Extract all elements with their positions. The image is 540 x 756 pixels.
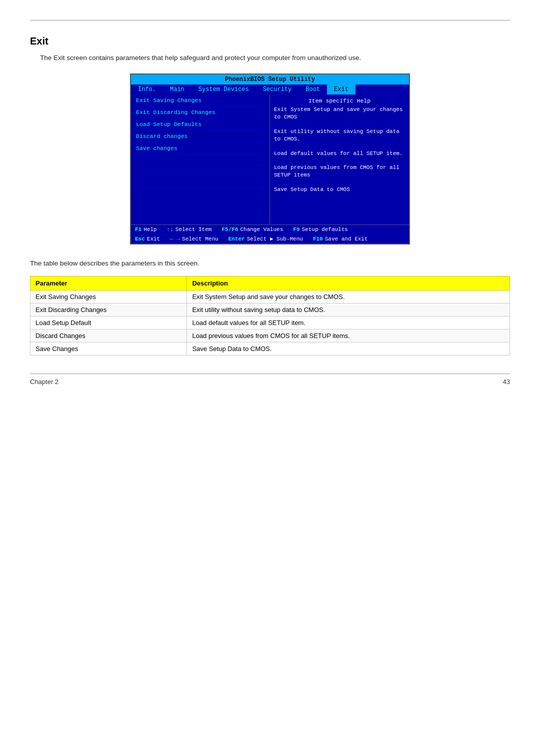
footer-f9: F9 Setup defaults	[293, 226, 348, 232]
parameter-table: Parameter Description Exit Saving Change…	[30, 276, 510, 356]
intro-text: The Exit screen contains parameters that…	[40, 54, 510, 62]
help-load-defaults: Load default values for all SETUP item.	[274, 150, 405, 158]
param-desc: Exit utility without saving setup data t…	[187, 304, 510, 316]
table-row: Exit Discarding ChangesExit utility with…	[30, 304, 510, 316]
bios-emulator: PhoenixBIOS Setup Utility Info. Main Sys…	[130, 74, 410, 244]
help-save: Save Setup Data to CMOS	[274, 186, 405, 194]
key-f5f6: F5/F6	[222, 226, 238, 232]
footer-row-2: Esc Exit ← → Select Menu Enter Select ▶ …	[131, 234, 409, 244]
desc-f9: Setup defaults	[302, 226, 348, 232]
chapter-label: Chapter 2	[30, 378, 58, 386]
bios-empty-4	[131, 188, 270, 198]
footer-enter: Enter Select ▶ Sub-Menu	[228, 236, 303, 242]
menu-discard-changes[interactable]: Discard changes	[131, 130, 270, 142]
table-row: Save ChangesSave Setup Data to CMOS.	[30, 342, 510, 356]
help-exit-saving: Exit System Setup and save your changes …	[274, 106, 405, 122]
top-divider	[30, 20, 510, 20]
param-name: Discard Changes	[30, 330, 187, 342]
col-header-parameter: Parameter	[30, 276, 187, 290]
nav-system-devices[interactable]: System Devices	[192, 84, 256, 94]
page-footer: Chapter 2 43	[30, 374, 510, 386]
desc-f5f6: Change Values	[240, 226, 283, 232]
param-desc: Load previous values from CMOS for all S…	[187, 330, 510, 342]
key-esc: Esc	[135, 236, 145, 242]
footer-f5f6: F5/F6 Change Values	[222, 226, 283, 232]
footer-leftright: ← → Select Menu	[170, 236, 218, 242]
desc-esc: Exit	[147, 236, 160, 242]
bios-help-panel: Item specific Help Exit System Setup and…	[270, 94, 409, 224]
menu-exit-discarding[interactable]: Exit Discarding Changes	[131, 106, 270, 118]
bios-empty-1	[131, 154, 270, 166]
page-title: Exit	[30, 36, 510, 47]
desc-updown: Select Item	[176, 226, 212, 232]
table-row: Discard ChangesLoad previous values from…	[30, 330, 510, 342]
desc-f10: Save and Exit	[325, 236, 368, 242]
bios-empty-2	[131, 166, 270, 176]
nav-info[interactable]: Info.	[131, 84, 163, 94]
desc-text: The table below describes the parameters…	[30, 260, 510, 267]
key-updown: ↑↓	[167, 226, 174, 232]
help-title: Item specific Help	[274, 98, 405, 104]
col-header-description: Description	[187, 276, 510, 290]
table-row: Exit Saving ChangesExit System Setup and…	[30, 290, 510, 304]
desc-enter: Select ▶ Sub-Menu	[247, 236, 303, 242]
key-f10: F10	[313, 236, 323, 242]
param-name: Exit Saving Changes	[30, 290, 187, 304]
bios-nav: Info. Main System Devices Security Boot …	[131, 84, 409, 94]
desc-leftright: Select Menu	[182, 236, 218, 242]
key-leftright: ← →	[170, 236, 180, 242]
param-desc: Exit System Setup and save your changes …	[187, 290, 510, 304]
bios-title: PhoenixBIOS Setup Utility	[131, 74, 409, 84]
footer-esc: Esc Exit	[135, 236, 160, 242]
bios-body: Exit Saving Changes Exit Discarding Chan…	[131, 94, 409, 224]
footer-f1: F1 Help	[135, 226, 157, 232]
nav-main[interactable]: Main	[163, 84, 192, 94]
param-name: Save Changes	[30, 342, 187, 356]
param-desc: Save Setup Data to CMOS.	[187, 342, 510, 356]
bios-menu-panel: Exit Saving Changes Exit Discarding Chan…	[131, 94, 270, 224]
param-name: Load Setup Default	[30, 316, 187, 330]
nav-exit[interactable]: Exit	[327, 84, 356, 94]
bios-empty-3	[131, 176, 270, 188]
footer-arrows: ↑↓ Select Item	[167, 226, 212, 232]
footer-row-1: F1 Help ↑↓ Select Item F5/F6 Change Valu…	[131, 225, 409, 234]
nav-boot[interactable]: Boot	[298, 84, 327, 94]
help-exit-discarding: Exit utility without saving Setup data t…	[274, 128, 405, 144]
param-desc: Load default values for all SETUP item.	[187, 316, 510, 330]
page-number: 43	[503, 378, 510, 386]
nav-security[interactable]: Security	[256, 84, 299, 94]
key-f9: F9	[293, 226, 300, 232]
bios-footer: F1 Help ↑↓ Select Item F5/F6 Change Valu…	[131, 224, 409, 244]
help-discard: Load previous values from CMOS for all S…	[274, 164, 405, 180]
param-name: Exit Discarding Changes	[30, 304, 187, 316]
menu-exit-saving[interactable]: Exit Saving Changes	[131, 94, 270, 106]
key-f1: F1	[135, 226, 142, 232]
footer-f10: F10 Save and Exit	[313, 236, 368, 242]
menu-load-defaults[interactable]: Load Setup Defaults	[131, 118, 270, 130]
table-row: Load Setup DefaultLoad default values fo…	[30, 316, 510, 330]
menu-save-changes[interactable]: Save changes	[131, 142, 270, 154]
desc-f1: Help	[144, 226, 156, 232]
key-enter: Enter	[228, 236, 245, 242]
